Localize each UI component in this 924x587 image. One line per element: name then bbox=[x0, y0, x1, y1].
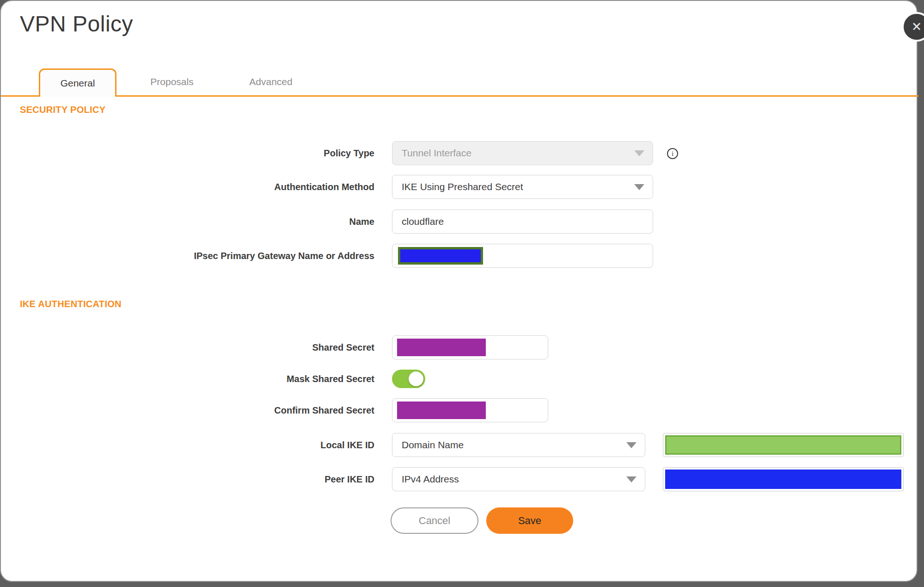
redacted-peer-ike-id-value bbox=[665, 470, 901, 489]
section-heading-security-policy: SECURITY POLICY bbox=[20, 105, 105, 115]
ipsec-primary-gateway-row: IPsec Primary Gateway Name or Address bbox=[1, 244, 918, 268]
redacted-gateway-value bbox=[398, 247, 483, 265]
peer-ike-id-row: Peer IKE ID IPv4 Address bbox=[1, 467, 918, 491]
policy-type-label: Policy Type bbox=[1, 141, 374, 165]
authentication-method-row: Authentication Method IKE Using Preshare… bbox=[1, 175, 918, 199]
chevron-down-icon bbox=[634, 150, 644, 156]
confirm-shared-secret-label: Confirm Shared Secret bbox=[1, 398, 374, 422]
local-ike-id-type-select[interactable]: Domain Name bbox=[392, 433, 645, 457]
policy-type-value: Tunnel Interface bbox=[402, 148, 634, 159]
tab-proposals-label: Proposals bbox=[150, 76, 193, 87]
local-ike-id-type-value: Domain Name bbox=[402, 439, 626, 451]
shared-secret-input[interactable] bbox=[392, 335, 548, 359]
shared-secret-label: Shared Secret bbox=[1, 335, 374, 359]
confirm-shared-secret-row: Confirm Shared Secret bbox=[1, 398, 918, 422]
close-icon: ✕ bbox=[912, 21, 922, 33]
vpn-policy-dialog: VPN Policy General Proposals Advanced SE… bbox=[0, 0, 918, 582]
peer-ike-id-type-value: IPv4 Address bbox=[402, 474, 626, 485]
authentication-method-label: Authentication Method bbox=[1, 175, 374, 199]
mask-shared-secret-toggle[interactable] bbox=[392, 370, 425, 388]
redacted-shared-secret-value bbox=[397, 339, 486, 356]
tab-general-label: General bbox=[61, 78, 95, 89]
section-heading-ike-authentication: IKE AUTHENTICATION bbox=[20, 299, 122, 309]
cancel-button[interactable]: Cancel bbox=[391, 507, 478, 534]
redacted-confirm-secret-value bbox=[397, 402, 486, 419]
toggle-knob bbox=[409, 371, 423, 386]
save-button[interactable]: Save bbox=[486, 507, 573, 534]
tab-proposals[interactable]: Proposals bbox=[135, 68, 209, 95]
name-label: Name bbox=[1, 210, 374, 234]
redacted-local-ike-id-value bbox=[665, 435, 901, 455]
tab-general[interactable]: General bbox=[39, 68, 116, 97]
name-input[interactable]: cloudflare bbox=[392, 210, 653, 234]
tab-advanced[interactable]: Advanced bbox=[234, 68, 307, 95]
page-title: VPN Policy bbox=[20, 11, 133, 37]
page-backdrop: { "dialog": { "title": "VPN Policy" }, "… bbox=[0, 0, 924, 587]
name-input-value: cloudflare bbox=[402, 216, 444, 227]
local-ike-id-label: Local IKE ID bbox=[1, 433, 374, 457]
peer-ike-id-type-select[interactable]: IPv4 Address bbox=[392, 467, 645, 491]
chevron-down-icon bbox=[634, 184, 644, 190]
name-row: Name cloudflare bbox=[1, 210, 918, 234]
shared-secret-row: Shared Secret bbox=[1, 335, 918, 359]
tab-bar-underline bbox=[1, 95, 918, 97]
info-icon[interactable]: i bbox=[667, 148, 678, 159]
policy-type-row: Policy Type Tunnel Interface i bbox=[1, 141, 918, 165]
ipsec-primary-gateway-label: IPsec Primary Gateway Name or Address bbox=[1, 244, 374, 268]
local-ike-id-value-input[interactable] bbox=[663, 433, 904, 457]
mask-shared-secret-row: Mask Shared Secret bbox=[1, 370, 918, 388]
chevron-down-icon bbox=[626, 442, 636, 448]
tab-advanced-label: Advanced bbox=[249, 76, 292, 87]
peer-ike-id-value-input[interactable] bbox=[663, 467, 904, 491]
authentication-method-value: IKE Using Preshared Secret bbox=[402, 181, 634, 192]
chevron-down-icon bbox=[626, 476, 636, 482]
info-icon-glyph: i bbox=[672, 150, 673, 158]
local-ike-id-row: Local IKE ID Domain Name bbox=[1, 433, 918, 457]
authentication-method-select[interactable]: IKE Using Preshared Secret bbox=[392, 175, 653, 199]
ipsec-primary-gateway-input[interactable] bbox=[392, 244, 653, 268]
confirm-shared-secret-input[interactable] bbox=[392, 398, 548, 422]
mask-shared-secret-label: Mask Shared Secret bbox=[1, 370, 374, 388]
policy-type-select: Tunnel Interface bbox=[392, 141, 653, 165]
peer-ike-id-label: Peer IKE ID bbox=[1, 467, 374, 491]
